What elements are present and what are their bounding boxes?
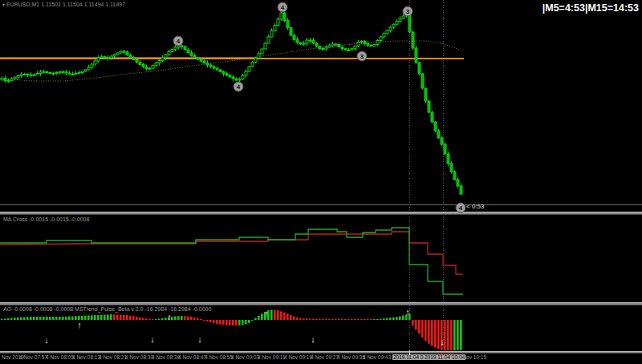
time-axis-label: 4 Nov 09:43 [363,354,391,360]
time-axis-label: 4 Nov 08:05 [46,354,74,360]
time-axis-label: 4 Nov 08:55 [205,354,233,360]
signal-arrow-up-icon: ↑ [264,309,269,318]
ma-cross-indicator-label: MA Cross -0.0015 -0.0015 -0.0008 [3,216,89,222]
time-axis[interactable]: Nov 20194 Nov 07:574 Nov 08:054 Nov 08:1… [0,354,642,364]
pattern-number-badge: 4 [173,36,184,47]
symbol-ohlc-label: ▾EURUSD,M1 1.11501 1.11504 1.11494 1.114… [2,2,125,7]
time-axis-label: 4 Nov 08:30 [125,354,153,360]
pane-divider-main-macross[interactable] [0,212,642,215]
symbol-ohlc-text: EURUSD,M1 1.11501 1.11504 1.11494 1.1149… [6,2,125,7]
time-axis-label: 4 Nov 09:35 [337,354,365,360]
signal-arrow-up-icon: ↑ [77,320,82,330]
time-axis-label: 4 Nov 09:27 [311,354,339,360]
signal-arrow-down-icon: ↓ [440,337,445,346]
signal-arrow-down-icon: ↓ [44,335,49,345]
signal-arrow-down-icon: ↓ [311,334,315,344]
signal-arrow-up-icon: ↑ [167,312,172,322]
red-dotted-axis-marker [436,354,455,355]
signal-arrow-down-icon: ↓ [150,334,155,344]
time-axis-label: 4 Nov 09:19 [284,354,312,360]
pattern-number-badge: 4 [456,203,466,213]
timeframe-countdown-label: |M5=4:53|M15=14:53 [542,2,639,14]
vline-axis-tick [409,350,410,355]
time-axis-label: 4 Nov 09:03 [231,354,259,360]
pattern-number-badge: 3 [357,51,368,62]
pattern-number-badge: 4 [278,2,288,13]
time-axis-label: 4 Nov 07:57 [19,354,47,360]
time-axis-label: 4 Nov 08:39 [152,354,180,360]
pattern-number-badge: 4 [234,82,244,92]
candle-close-countdown-label: < 0:53 [466,203,484,210]
time-axis-label: 4 Nov 08:21 [99,354,127,360]
signal-arrow-up-icon: ↑ [405,307,410,317]
signal-arrow-down-icon: ↓ [197,334,202,344]
mt4-chart-window: ▾EURUSD,M1 1.11501 1.11504 1.11494 1.114… [0,0,642,364]
time-axis-label: 4 Nov 09:11 [258,354,286,360]
pane-divider-macross-ao[interactable] [0,302,642,305]
ao-indicator-label: AO -0.0008 -0.0008 -0.0008 MSTrend_Pulse… [3,306,211,312]
pattern-number-badge: 3 [403,6,413,17]
symbol-dropdown-icon[interactable]: ▾ [2,2,5,7]
time-axis-label: 4 Nov 08:13 [72,354,100,360]
time-axis-label: 4 Nov 08:47 [178,354,206,360]
time-axis-label: 4 Nov 10:15 [458,354,486,360]
